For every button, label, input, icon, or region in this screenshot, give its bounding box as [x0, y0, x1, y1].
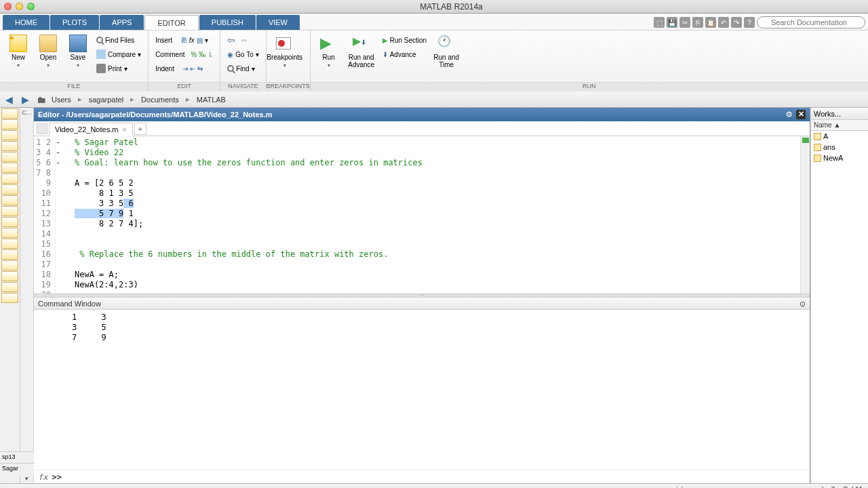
tab-home[interactable]: HOME — [3, 15, 50, 30]
expand-icon[interactable]: ▾ — [20, 475, 33, 482]
print-button[interactable]: Print ▾ — [94, 62, 144, 75]
save-button[interactable]: Save▾ — [64, 33, 92, 68]
workspace-var[interactable]: ans — [811, 142, 868, 152]
zoom-window[interactable] — [27, 3, 35, 10]
runadvance-button[interactable]: ▶⬇Run and Advance — [344, 33, 378, 68]
code-indicator[interactable] — [800, 136, 810, 293]
main-area: C...▾ Editor - /Users/sagarpatel/Documen… — [0, 108, 868, 483]
ribbon-tabs: HOME PLOTS APPS EDITOR PUBLISH VIEW ⬚ 💾 … — [0, 14, 868, 30]
crumb[interactable]: Documents — [141, 96, 179, 104]
quick-access: ⬚ 💾 ✂ ⎘ 📋 ↶ ↷ ? — [654, 15, 868, 30]
qat-copy-icon[interactable]: ⎘ — [692, 17, 703, 28]
cw-menu-icon[interactable]: ⊙ — [800, 298, 806, 309]
qat-save-icon[interactable]: 💾 — [667, 17, 677, 28]
center-panel: Editor - /Users/sagarpatel/Documents/MAT… — [34, 108, 810, 483]
titlebar: MATLAB R2014a — [0, 0, 868, 14]
runsection-button[interactable]: ▶Run Section — [380, 33, 429, 47]
add-tab-button[interactable]: + — [134, 123, 146, 135]
new-icon — [9, 35, 27, 52]
workspace-var[interactable]: A — [811, 131, 868, 142]
qat-undo-icon[interactable]: ↶ — [718, 17, 729, 28]
breakpoint-gutter[interactable]: - - - — [56, 136, 69, 293]
goto-button[interactable]: ◉Go To ▾ — [224, 47, 262, 61]
left-sidebar: C...▾ — [0, 108, 34, 483]
tab-plots[interactable]: PLOTS — [50, 15, 99, 30]
var-icon — [814, 155, 821, 162]
qat-paste-icon[interactable]: 📋 — [705, 17, 716, 28]
workspace-panel: Works... Name ▲ A ans NewA — [810, 108, 868, 483]
collapsed-panel[interactable]: C...▾ — [20, 108, 34, 483]
comment-button[interactable]: Comment % ‰ ⤹ — [153, 47, 216, 61]
command-window-title: Command Window⊙ — [34, 298, 810, 310]
command-prompt[interactable]: fx>> — [34, 470, 810, 483]
advance-button[interactable]: ⬇Advance — [380, 47, 429, 61]
editor-body: 1 2 3 4 5 6 7 8 9 10 11 12 13 14 15 16 1… — [34, 136, 810, 293]
crumb[interactable]: MATLAB — [197, 96, 226, 104]
run-button[interactable]: ▶Run▾ — [315, 33, 343, 68]
sagar-tab[interactable]: Sagar — [0, 463, 34, 474]
tab-view[interactable]: VIEW — [256, 15, 300, 30]
code-area[interactable]: % Sagar Patel % Video 22 % Goal: learn h… — [69, 136, 800, 293]
window-controls — [4, 3, 35, 10]
status-bar: script Ln 7 Col 11 — [0, 483, 868, 488]
group-run: ▶Run▾ ▶⬇Run and Advance ▶Run Section ⬇Ad… — [311, 30, 868, 92]
qat-cut-icon[interactable]: ✂ — [679, 17, 690, 28]
indent-button[interactable]: Indent ⇥ ⇤ ⇆ — [153, 62, 216, 75]
file-thumb-list[interactable] — [0, 108, 20, 483]
tab-editor[interactable]: EDITOR — [144, 15, 198, 30]
run-icon: ▶ — [320, 35, 338, 52]
editor-titlebar: Editor - /Users/sagarpatel/Documents/MAT… — [34, 108, 810, 121]
nav-arrows[interactable]: ⇦ ⇨ — [224, 33, 262, 47]
back-button[interactable]: ◀ — [3, 94, 15, 106]
new-button[interactable]: New▾ — [4, 33, 33, 68]
runtime-icon: 🕐 — [437, 35, 455, 52]
toolbar: New▾ Open▾ Save▾ Find Files Compare ▾ Pr… — [0, 30, 868, 91]
search-input[interactable] — [757, 16, 865, 28]
file-tab[interactable]: Video_22_Notes.m× — [49, 123, 133, 136]
editor-tabs: Video_22_Notes.m× + — [34, 121, 810, 136]
minimize-window[interactable] — [16, 3, 23, 10]
open-icon — [39, 35, 57, 52]
command-window-output[interactable]: 1 3 3 5 7 9 — [34, 310, 810, 470]
workspace-var[interactable]: NewA — [811, 152, 868, 163]
qat-help-icon[interactable]: ? — [744, 17, 755, 28]
fx-icon: fx — [38, 472, 47, 482]
group-navigate: ⇦ ⇨ ◉Go To ▾ Find ▾ NAVIGATE — [220, 30, 267, 92]
tab-publish[interactable]: PUBLISH — [199, 15, 256, 30]
runtime-button[interactable]: 🕐Run and Time — [431, 33, 462, 68]
fwd-button[interactable]: ▶ — [19, 94, 31, 106]
sp13-tab[interactable]: sp13 — [0, 451, 34, 463]
bottom-left-tabs: sp13 Sagar — [0, 451, 34, 476]
close-window[interactable] — [4, 3, 12, 10]
find-button[interactable]: Find ▾ — [224, 62, 262, 75]
workspace-title: Works... — [811, 108, 868, 120]
runadv-icon: ▶⬇ — [353, 35, 370, 52]
line-numbers: 1 2 3 4 5 6 7 8 9 10 11 12 13 14 15 16 1… — [34, 136, 56, 293]
close-tab-icon[interactable]: × — [122, 123, 126, 136]
findfiles-button[interactable]: Find Files — [94, 33, 144, 47]
print-icon — [96, 64, 106, 73]
breakpoints-button[interactable]: Breakpoints▾ — [271, 33, 299, 68]
compare-button[interactable]: Compare ▾ — [94, 47, 144, 61]
compare-icon — [96, 49, 106, 59]
find-icon — [96, 37, 103, 43]
insert-button[interactable]: Insert 🖹 fx ▤ ▾ — [153, 33, 216, 47]
workspace-header[interactable]: Name ▲ — [811, 120, 868, 131]
var-icon — [814, 133, 821, 140]
save-icon — [69, 35, 87, 52]
crumb[interactable]: sagarpatel — [89, 96, 123, 104]
window-title: MATLAB R2014a — [35, 2, 868, 12]
address-bar: ◀ ▶ 🖿 ▸ Users▸ sagarpatel▸ Documents▸ MA… — [0, 92, 868, 108]
close-icon[interactable]: ✕ — [796, 110, 806, 119]
minimize-icon[interactable]: ⊙ — [784, 110, 793, 119]
qat-icon[interactable]: ⬚ — [654, 17, 665, 28]
tab-apps[interactable]: APPS — [100, 15, 144, 30]
up-icon[interactable]: 🖿 ▸ — [35, 94, 47, 106]
ribbon: HOME PLOTS APPS EDITOR PUBLISH VIEW ⬚ 💾 … — [0, 14, 868, 92]
group-edit: Insert 🖹 fx ▤ ▾ Comment % ‰ ⤹ Indent ⇥ ⇤… — [149, 30, 220, 92]
var-icon — [814, 144, 821, 151]
open-button[interactable]: Open▾ — [34, 33, 62, 68]
crumb[interactable]: Users — [52, 96, 71, 104]
find-icon-2 — [227, 65, 234, 72]
qat-redo-icon[interactable]: ↷ — [731, 17, 742, 28]
